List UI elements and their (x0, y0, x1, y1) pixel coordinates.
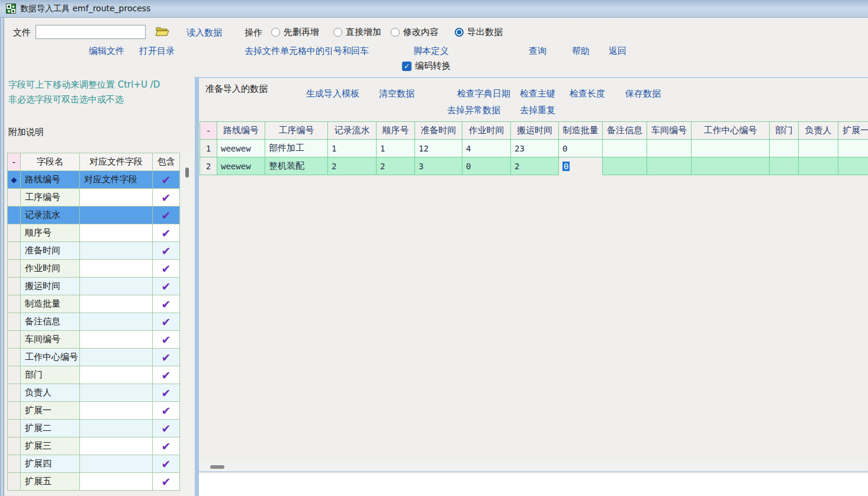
field-table-row[interactable]: 负责人✔ (8, 384, 180, 402)
file-field-cell[interactable] (80, 189, 153, 207)
data-cell[interactable] (799, 157, 838, 175)
file-field-cell[interactable] (80, 455, 153, 473)
encoding-convert-checkbox[interactable]: ✓ 编码转换 (402, 60, 451, 72)
file-field-cell[interactable] (80, 473, 153, 491)
field-table-row[interactable]: 记录流水✔ (8, 207, 180, 224)
data-cell[interactable] (647, 140, 692, 157)
radio-option-2[interactable]: 直接增加 (333, 27, 381, 38)
data-cell[interactable]: 0 (559, 140, 603, 157)
data-cell[interactable] (692, 140, 770, 157)
help-link[interactable]: 帮助 (572, 46, 590, 57)
field-name-cell[interactable]: 负责人 (21, 384, 80, 402)
field-table-row[interactable]: 扩展二✔ (8, 420, 180, 437)
data-table-row[interactable]: 2weewew整机装配223020 (200, 157, 868, 175)
file-field-cell[interactable] (80, 437, 153, 455)
field-name-cell[interactable]: 制造批量 (21, 295, 80, 313)
field-name-cell[interactable]: 备注信息 (21, 313, 80, 331)
include-cell[interactable]: ✔ (153, 278, 180, 295)
file-path-input[interactable] (36, 25, 146, 39)
file-field-cell[interactable] (80, 260, 153, 278)
field-table-row[interactable]: 扩展一✔ (8, 402, 180, 420)
data-cell[interactable]: 部件加工 (265, 140, 328, 157)
data-cell[interactable]: 0 (462, 157, 511, 175)
edit-file-link[interactable]: 编辑文件 (89, 46, 124, 57)
include-cell[interactable]: ✔ (153, 171, 180, 189)
panel-splitter[interactable] (195, 77, 199, 496)
field-name-cell[interactable]: 扩展三 (21, 437, 80, 455)
field-table-row[interactable]: 扩展四✔ (8, 455, 180, 473)
include-cell[interactable]: ✔ (153, 331, 180, 349)
file-field-cell[interactable] (80, 366, 153, 384)
field-name-cell[interactable]: 路线编号 (21, 171, 80, 189)
include-cell[interactable]: ✔ (153, 313, 180, 331)
include-cell[interactable]: ✔ (153, 349, 180, 366)
include-cell[interactable]: ✔ (153, 260, 180, 278)
data-cell[interactable] (603, 157, 647, 175)
field-table-row[interactable]: 准备时间✔ (8, 242, 180, 260)
data-cell[interactable]: 0 (559, 157, 603, 175)
include-cell[interactable]: ✔ (153, 384, 180, 402)
field-name-cell[interactable]: 工作中心编号 (21, 349, 80, 366)
field-table-row[interactable]: 工序编号✔ (8, 189, 180, 207)
query-link[interactable]: 查询 (529, 46, 546, 57)
data-cell[interactable]: 2 (511, 157, 559, 175)
include-cell[interactable]: ✔ (153, 224, 180, 242)
field-name-cell[interactable]: 部门 (21, 366, 80, 384)
field-table-row[interactable]: ◆路线编号对应文件字段✔ (8, 171, 180, 189)
include-cell[interactable]: ✔ (153, 437, 180, 455)
data-cell[interactable] (692, 157, 770, 175)
field-table-vertical-scrollbar[interactable] (181, 153, 193, 496)
data-table-row[interactable]: 1weewew部件加工11124230 (200, 140, 868, 157)
field-table-row[interactable]: 搬运时间✔ (8, 278, 180, 295)
file-field-cell[interactable] (80, 313, 153, 331)
include-cell[interactable]: ✔ (153, 473, 180, 491)
data-cell[interactable] (603, 140, 647, 157)
file-field-cell[interactable] (80, 331, 153, 349)
field-name-cell[interactable]: 扩展四 (21, 455, 80, 473)
field-name-cell[interactable]: 搬运时间 (21, 278, 80, 295)
include-cell[interactable]: ✔ (153, 295, 180, 313)
field-name-cell[interactable]: 扩展一 (21, 402, 80, 420)
field-name-cell[interactable]: 扩展五 (21, 473, 80, 491)
data-cell[interactable] (838, 140, 868, 157)
data-cell[interactable] (838, 157, 868, 175)
action-link[interactable]: 保存数据 (625, 88, 661, 99)
action-link[interactable]: 去掉异常数据 (447, 105, 500, 116)
file-field-cell[interactable]: 对应文件字段 (80, 171, 153, 189)
field-table-row[interactable]: 车间编号✔ (8, 331, 180, 349)
data-cell[interactable]: 3 (415, 157, 462, 175)
data-cell[interactable]: weewew (217, 157, 265, 175)
data-cell[interactable]: 2 (328, 157, 377, 175)
data-cell[interactable] (770, 157, 799, 175)
open-directory-link[interactable]: 打开目录 (139, 46, 175, 57)
field-table-row[interactable]: 顺序号✔ (8, 224, 180, 242)
field-table-row[interactable]: 备注信息✔ (8, 313, 180, 331)
data-cell[interactable]: 2 (377, 157, 415, 175)
file-field-cell[interactable] (80, 420, 153, 437)
read-data-link[interactable]: 读入数据 (187, 27, 222, 38)
data-cell[interactable]: weewew (217, 140, 265, 157)
file-field-cell[interactable] (80, 384, 153, 402)
radio-option-3[interactable]: 修改内容 (391, 27, 439, 38)
action-link[interactable]: 生成导入模板 (306, 88, 359, 99)
include-cell[interactable]: ✔ (153, 242, 180, 260)
include-cell[interactable]: ✔ (153, 402, 180, 420)
file-field-cell[interactable] (80, 242, 153, 260)
field-table-row[interactable]: 部门✔ (8, 366, 180, 384)
field-table-row[interactable]: 工作中心编号✔ (8, 349, 180, 366)
field-table-row[interactable]: 扩展三✔ (8, 437, 180, 455)
data-cell[interactable] (647, 157, 692, 175)
file-field-cell[interactable] (80, 349, 153, 366)
data-cell[interactable]: 整机装配 (265, 157, 328, 175)
action-link[interactable]: 清空数据 (379, 88, 414, 99)
field-name-cell[interactable]: 扩展二 (21, 420, 80, 437)
file-field-cell[interactable] (80, 295, 153, 313)
data-cell[interactable] (770, 140, 799, 157)
field-name-cell[interactable]: 车间编号 (21, 331, 80, 349)
action-link[interactable]: 检查字典日期 (457, 88, 510, 99)
field-table-row[interactable]: 制造批量✔ (8, 295, 180, 313)
field-table-row[interactable]: 作业时间✔ (8, 260, 180, 278)
data-cell[interactable]: 23 (511, 140, 559, 157)
data-cell[interactable] (799, 140, 838, 157)
field-name-cell[interactable]: 顺序号 (21, 224, 80, 242)
